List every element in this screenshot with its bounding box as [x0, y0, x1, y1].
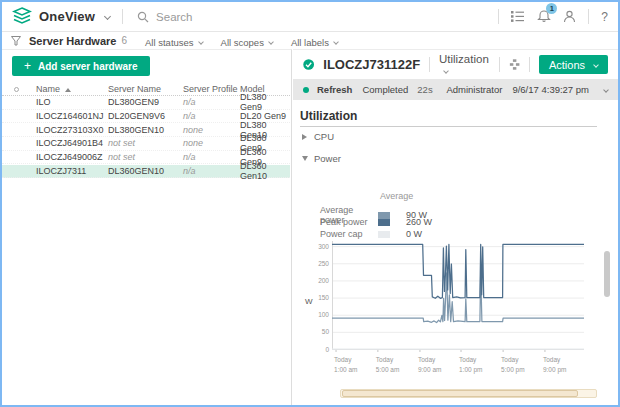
column-header-server-profile[interactable]: Server Profile [183, 84, 240, 94]
x-tick-day: Today [501, 355, 545, 365]
cell-server-profile: none [183, 138, 240, 148]
filter-dropdowns: All statusesAll scopesAll labels [127, 32, 338, 50]
status-ok-icon [303, 58, 314, 71]
task-name[interactable]: Refresh [317, 84, 352, 95]
legend-swatch [378, 219, 390, 226]
actions-button[interactable]: Actions [539, 55, 608, 74]
x-tick-label: Today5:00 am [376, 355, 420, 375]
search-input[interactable]: Search [137, 11, 192, 23]
divider [499, 57, 500, 72]
x-tick-time: 9:00 am [418, 365, 462, 375]
server-title: ILOCZJ731122F [323, 57, 420, 72]
legend-value: 0 W [394, 229, 434, 239]
y-tick-label: 150 [318, 294, 329, 301]
power-utilization-chart[interactable] [332, 241, 584, 353]
brand-dropdown-chevron-icon[interactable] [104, 13, 111, 20]
legend-average-header: Average [380, 191, 413, 201]
divider [529, 57, 530, 72]
search-icon [137, 11, 149, 23]
task-meta: Administrator 9/6/17 4:39:27 pm [446, 84, 608, 95]
chevron-right-icon [302, 134, 307, 140]
cell-server-profile: n/a [183, 97, 240, 107]
activity-list-icon[interactable] [511, 10, 525, 23]
y-tick-label: 300 [318, 243, 329, 250]
x-tick-label: Today9:00 am [418, 355, 462, 375]
cell-server-name: DL380GEN9 [108, 97, 183, 107]
x-tick-label: Today1:00 pm [459, 355, 503, 375]
cell-server-profile: none [183, 125, 240, 135]
cell-server-name: DL380GEN10 [108, 125, 183, 135]
x-tick-day: Today [334, 355, 378, 365]
add-server-hardware-button[interactable]: Add server hardware [12, 56, 150, 76]
cell-name: ILOCZ273103X0 [36, 125, 108, 135]
cell-name: ILO [36, 97, 108, 107]
chevron-down-icon [268, 39, 274, 45]
divider [429, 57, 430, 72]
task-user: Administrator [446, 84, 502, 95]
divider [588, 9, 589, 24]
page-title: Server Hardware [29, 35, 116, 47]
vertical-scrollbar-thumb[interactable] [604, 251, 610, 297]
cell-server-name: DL20GEN9V6 [108, 111, 183, 121]
x-tick-time: 1:00 pm [459, 365, 503, 375]
cell-server-name: not set [108, 138, 183, 148]
y-tick-label: 250 [318, 260, 329, 267]
x-tick-time: 1:00 am [334, 365, 378, 375]
time-range-slider-track[interactable] [340, 389, 597, 398]
y-axis-tick-labels: 050100150200250300 [307, 241, 329, 349]
top-icon-group: 1 ? [498, 8, 608, 26]
filter-dropdown-all-statuses[interactable]: All statuses [145, 37, 203, 48]
status-column-icon [14, 87, 19, 92]
divider [498, 9, 499, 24]
task-status-dot [303, 87, 309, 93]
table-row[interactable]: ILODL380GEN9n/aDL380 Gen9 [2, 96, 290, 110]
chevron-down-icon [443, 68, 449, 74]
divider [122, 9, 123, 24]
section-divider [300, 126, 597, 127]
x-tick-day: Today [543, 355, 587, 365]
cell-model: DL360 Gen10 [240, 161, 290, 181]
oneview-app: OneView Search 1 [0, 0, 620, 407]
x-tick-label: Today1:00 am [334, 355, 378, 375]
filter-dropdown-all-labels[interactable]: All labels [291, 37, 338, 48]
column-header-server-name[interactable]: Server Name [108, 84, 183, 94]
y-tick-label: 0 [325, 346, 329, 353]
sort-ascending-icon [65, 88, 71, 92]
detail-header: ILOCZJ731122F Utilization Actions [293, 50, 618, 79]
user-icon[interactable] [563, 10, 576, 23]
task-timestamp: 9/6/17 4:39:27 pm [512, 84, 589, 95]
x-tick-label: Today9:00 pm [543, 355, 587, 375]
notifications-bell[interactable]: 1 [537, 8, 551, 26]
filter-dropdown-all-scopes[interactable]: All scopes [221, 37, 273, 48]
series-peak-power [332, 244, 584, 298]
notification-count-badge: 1 [546, 3, 557, 14]
search-placeholder: Search [156, 11, 192, 23]
detail-panel: ILOCZJ731122F Utilization Actions Refres… [293, 49, 618, 405]
legend-row: Power cap0 W [320, 229, 434, 239]
chevron-down-icon [333, 39, 339, 45]
column-header-name[interactable]: Name [36, 84, 108, 94]
cell-server-profile: n/a [183, 166, 240, 176]
top-bar: OneView Search 1 [2, 2, 618, 32]
x-tick-time: 9:00 pm [543, 365, 587, 375]
x-tick-day: Today [418, 355, 462, 365]
help-icon[interactable]: ? [601, 10, 608, 24]
time-range-slider-window[interactable] [342, 390, 578, 397]
cell-name: ILOCZJ64901B4 [36, 138, 108, 148]
view-selector-dropdown[interactable]: Utilization [439, 53, 490, 77]
cell-name: ILOCZJ7311 [36, 166, 108, 176]
table-row[interactable]: ILOCZJ7311DL360GEN10n/aDL360 Gen10 [2, 165, 290, 179]
chevron-down-icon [302, 156, 308, 161]
filter-funnel-icon[interactable] [11, 36, 21, 46]
task-duration: 22s [417, 84, 432, 95]
relationships-map-icon[interactable] [509, 58, 520, 71]
legend-swatch [378, 231, 390, 238]
x-tick-time: 5:00 am [376, 365, 420, 375]
brand-title: OneView [39, 9, 95, 24]
chevron-down-icon[interactable] [603, 87, 609, 93]
cpu-expander[interactable]: CPU [302, 131, 334, 142]
power-expander[interactable]: Power [302, 153, 341, 164]
chevron-down-icon [198, 39, 204, 45]
cell-server-profile: n/a [183, 152, 240, 162]
x-tick-time: 5:00 pm [501, 365, 545, 375]
